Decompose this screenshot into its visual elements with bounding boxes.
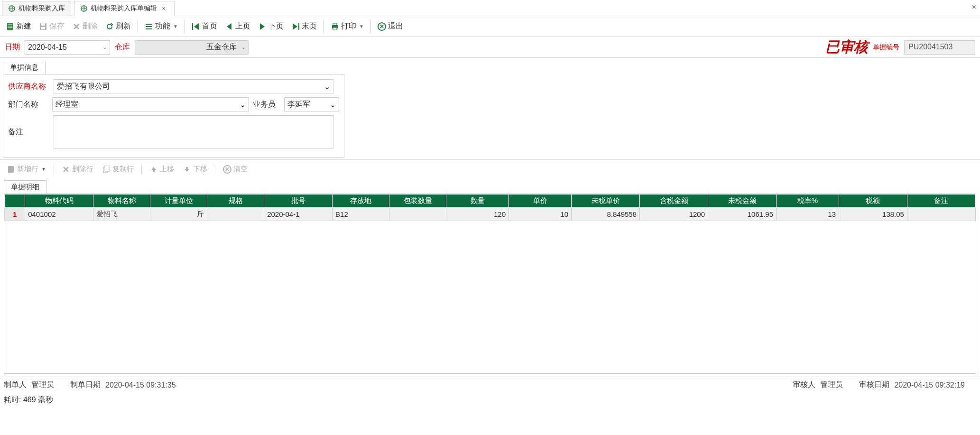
clerk-label: 业务员 [253, 100, 280, 110]
date-input[interactable]: 2020-04-15⌄ [25, 40, 110, 55]
creator-value: 管理员 [31, 380, 54, 390]
dept-label: 部门名称 [8, 100, 48, 110]
header-form: 日期 2020-04-15⌄ 仓库 五金仓库⌄ 已审核 单据编号 PU20041… [0, 37, 980, 58]
tab-label: 机物料采购入库单编辑 [91, 4, 157, 13]
delete-icon [72, 22, 81, 31]
prev-page-button[interactable]: 上页 [222, 19, 253, 33]
arrow-down-icon [183, 165, 191, 174]
status-bar: 耗时: 469 毫秒 [0, 393, 980, 407]
exit-button[interactable]: ✕ 退出 [375, 19, 406, 33]
detail-table-wrap[interactable]: 物料代码 物料名称 计量单位 规格 批号 存放地 包装数量 数量 单价 未税单价… [4, 194, 976, 374]
clerk-select[interactable]: 李延军⌄ [284, 97, 339, 111]
list-icon [145, 22, 153, 31]
supplier-select[interactable]: 爱招飞有限公司⌄ [54, 79, 333, 93]
next-icon [258, 22, 267, 31]
refresh-button[interactable]: 刷新 [102, 19, 134, 33]
supplier-label: 供应商名称 [8, 82, 50, 92]
chevron-down-icon: ▼ [359, 24, 364, 29]
chevron-down-icon: ⌄ [241, 45, 245, 50]
svg-rect-9 [333, 23, 337, 25]
clear-icon: ✕ [223, 165, 231, 174]
audit-date-value: 2020-04-15 09:32:19 [894, 381, 965, 389]
date-label: 日期 [5, 42, 20, 52]
prev-icon [225, 22, 233, 31]
move-up-button[interactable]: 上移 [147, 163, 177, 176]
chevron-down-icon: ▼ [173, 24, 178, 29]
delete-icon [62, 165, 70, 174]
table-header-row: 物料代码 物料名称 计量单位 规格 批号 存放地 包装数量 数量 单价 未税单价… [5, 194, 976, 208]
file-icon [7, 165, 15, 174]
svg-rect-7 [298, 23, 299, 30]
info-section: 单据信息 供应商名称 爱招飞有限公司⌄ 部门名称 经理室⌄ 业务员 李延军⌄ 备… [0, 58, 980, 157]
tab-purchase-in-edit[interactable]: 机物料采购入库单编辑 × [74, 1, 175, 16]
move-down-button[interactable]: 下移 [180, 163, 210, 176]
auditor-value: 管理员 [820, 380, 843, 390]
copy-row-button[interactable]: 复制行 [99, 163, 137, 176]
print-button[interactable]: 打印 ▼ [328, 19, 367, 33]
delete-button[interactable]: 删除 [69, 19, 101, 33]
chevron-down-icon: ⌄ [240, 100, 246, 109]
new-button[interactable]: 新建 [3, 19, 34, 33]
warehouse-select[interactable]: 五金仓库⌄ [135, 40, 249, 55]
table-row[interactable]: 1 0401002 爱招飞 斤 2020-04-1 B12 120 10 8.8… [5, 208, 976, 221]
svg-rect-13 [105, 166, 109, 171]
dept-select[interactable]: 经理室⌄ [52, 97, 249, 111]
audit-stamp: 已审核 [825, 37, 868, 57]
first-page-button[interactable]: 首页 [189, 19, 220, 33]
clear-button[interactable]: ✕ 清空 [220, 163, 250, 176]
creator-label: 制单人 [4, 380, 27, 390]
docno-value: PU20041503 [904, 40, 975, 55]
svg-rect-5 [41, 27, 45, 29]
docno-label: 单据编号 [873, 43, 899, 52]
warehouse-label: 仓库 [115, 42, 130, 52]
svg-rect-11 [8, 166, 14, 173]
remark-label: 备注 [8, 127, 50, 137]
last-page-button[interactable]: 末页 [288, 19, 320, 33]
first-icon [192, 22, 200, 31]
print-icon [331, 22, 339, 31]
svg-rect-4 [41, 23, 45, 26]
tab-label: 机物料采购入库 [18, 4, 65, 13]
exit-icon: ✕ [378, 22, 386, 31]
create-date-label: 制单日期 [70, 380, 101, 390]
delete-row-button[interactable]: 删除行 [59, 163, 96, 176]
create-date-value: 2020-04-15 09:31:35 [105, 381, 176, 389]
elapsed-text: 耗时: 469 毫秒 [4, 396, 53, 404]
last-icon [291, 22, 300, 31]
globe-icon [80, 5, 88, 12]
globe-icon [8, 5, 16, 12]
remark-textarea[interactable] [54, 115, 333, 148]
close-all-icon[interactable]: × [972, 3, 976, 11]
add-row-button[interactable]: 新增行 ▼ [4, 163, 49, 176]
main-toolbar: 新建 保存 删除 刷新 功能 ▼ 首页 上页 下页 末页 打印 ▼ ✕ [0, 16, 980, 37]
info-tab[interactable]: 单据信息 [3, 61, 46, 74]
svg-rect-10 [333, 28, 337, 30]
detail-table: 物料代码 物料名称 计量单位 规格 批号 存放地 包装数量 数量 单价 未税单价… [4, 194, 976, 221]
file-new-icon [6, 22, 14, 31]
footer-info: 制单人 管理员 制单日期 2020-04-15 09:31:35 审核人 管理员… [0, 377, 980, 393]
next-page-button[interactable]: 下页 [255, 19, 287, 33]
detail-tab[interactable]: 单据明细 [4, 180, 46, 194]
tab-purchase-in[interactable]: 机物料采购入库 [2, 1, 71, 16]
chevron-down-icon: ⌄ [330, 100, 336, 109]
auditor-label: 审核人 [793, 380, 815, 390]
save-button[interactable]: 保存 [36, 19, 67, 33]
svg-rect-6 [192, 23, 193, 30]
function-button[interactable]: 功能 ▼ [142, 19, 181, 33]
chevron-down-icon: ⌄ [324, 82, 330, 91]
info-panel: 供应商名称 爱招飞有限公司⌄ 部门名称 经理室⌄ 业务员 李延军⌄ 备注 [3, 74, 344, 157]
detail-section: 单据明细 物料代码 物料名称 计量单位 规格 批号 存放地 包装数量 数量 单价… [0, 178, 980, 374]
close-icon[interactable]: × [162, 5, 168, 12]
save-icon [39, 22, 47, 31]
arrow-up-icon [149, 165, 158, 174]
chevron-down-icon: ▼ [41, 167, 46, 172]
row-toolbar: 新增行 ▼ 删除行 复制行 上移 下移 ✕ 清空 [0, 159, 980, 178]
audit-date-label: 审核日期 [859, 380, 889, 390]
refresh-icon [105, 22, 114, 31]
chevron-down-icon: ⌄ [103, 45, 107, 50]
copy-icon [102, 165, 111, 174]
tab-bar: 机物料采购入库 机物料采购入库单编辑 × × [0, 0, 980, 16]
svg-rect-2 [7, 23, 13, 30]
